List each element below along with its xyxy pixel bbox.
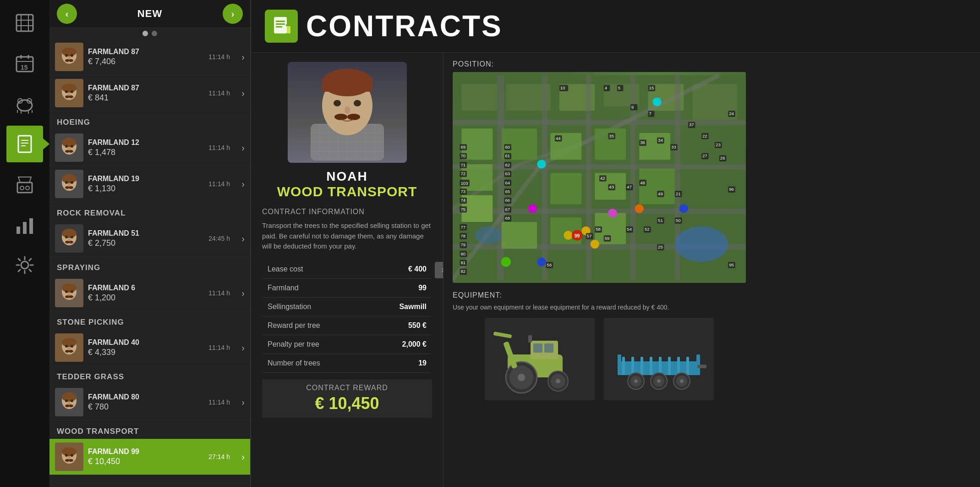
character-portrait xyxy=(288,62,407,163)
svg-rect-90 xyxy=(276,26,282,28)
sidebar-item-calendar[interactable]: 15 xyxy=(6,45,43,82)
svg-rect-92 xyxy=(286,24,291,26)
row-value: 19 xyxy=(368,354,433,372)
svg-text:62: 62 xyxy=(505,162,510,167)
category-label: TEDDER GRASS xyxy=(49,366,250,384)
sidebar-item-stats[interactable] xyxy=(6,206,43,243)
svg-point-81 xyxy=(62,447,77,456)
svg-rect-22 xyxy=(29,218,33,234)
svg-rect-281 xyxy=(631,357,634,375)
svg-point-139 xyxy=(564,231,572,239)
item-arrow-icon: › xyxy=(241,397,245,408)
contract-detail: › xyxy=(251,53,443,487)
svg-text:33: 33 xyxy=(671,144,676,149)
svg-rect-118 xyxy=(453,120,746,125)
list-item[interactable]: FARMLAND 99€ 10,45027:14 h› xyxy=(49,439,250,475)
list-item[interactable]: FARMLAND 87€ 84111:14 h› xyxy=(49,75,250,111)
svg-text:99: 99 xyxy=(575,233,580,238)
svg-text:21: 21 xyxy=(676,191,681,196)
avatar xyxy=(55,333,83,362)
svg-rect-297 xyxy=(697,365,706,368)
sidebar-item-map[interactable] xyxy=(6,5,43,41)
svg-text:81: 81 xyxy=(460,260,465,265)
row-label: Reward per tree xyxy=(262,316,368,335)
nav-prev-button[interactable]: ‹ xyxy=(57,4,77,24)
list-item[interactable]: FARMLAND 80€ 78011:14 h› xyxy=(49,384,250,421)
equipment-images xyxy=(453,318,746,400)
svg-text:72: 72 xyxy=(460,171,465,176)
reward-label: CONTRACT REWARD xyxy=(268,384,426,392)
svg-text:7: 7 xyxy=(649,111,652,116)
duration: 11:14 h xyxy=(208,398,230,406)
item-arrow-icon: › xyxy=(241,452,245,462)
svg-text:48: 48 xyxy=(640,180,645,185)
svg-point-149 xyxy=(635,204,644,213)
map-icon xyxy=(14,12,36,34)
svg-text:70: 70 xyxy=(460,153,465,158)
expand-button[interactable]: › xyxy=(435,262,443,278)
map-container[interactable]: 99 103 10 4 5 15 35 xyxy=(453,72,746,283)
svg-rect-13 xyxy=(18,136,31,152)
svg-point-41 xyxy=(71,145,73,148)
list-item[interactable]: FARMLAND 12€ 1,47811:14 h› xyxy=(49,130,250,166)
svg-rect-280 xyxy=(622,357,625,375)
svg-text:73: 73 xyxy=(460,189,465,194)
duration: 11:14 h xyxy=(208,344,230,351)
svg-rect-98 xyxy=(322,78,372,92)
sidebar-item-settings[interactable] xyxy=(6,247,43,283)
contracts-scroll[interactable]: FARMLAND 87€ 7,40611:14 h›FARMLAND 87€ 8… xyxy=(49,39,250,487)
sidebar-item-contracts[interactable] xyxy=(6,126,43,162)
pagination-dots xyxy=(49,28,250,39)
row-value: 550 € xyxy=(368,316,433,335)
svg-rect-267 xyxy=(544,343,553,353)
category-label: WOOD TRANSPORT xyxy=(49,421,250,439)
nav-next-button[interactable]: › xyxy=(223,4,243,24)
svg-point-270 xyxy=(518,374,525,381)
item-arrow-icon: › xyxy=(241,179,245,189)
avatar xyxy=(55,279,83,307)
svg-text:35: 35 xyxy=(609,133,614,138)
svg-text:82: 82 xyxy=(460,269,465,274)
duration: 11:14 h xyxy=(208,180,230,188)
trailer-svg xyxy=(608,322,709,396)
svg-text:54: 54 xyxy=(627,227,632,232)
list-item[interactable]: FARMLAND 19€ 1,13011:14 h› xyxy=(49,166,250,202)
svg-point-46 xyxy=(62,174,77,183)
svg-text:75: 75 xyxy=(460,207,465,212)
svg-rect-107 xyxy=(461,84,497,111)
svg-point-19 xyxy=(26,186,29,190)
svg-text:71: 71 xyxy=(460,162,465,167)
row-value: € 400 xyxy=(368,260,433,279)
avatar xyxy=(55,443,83,471)
sidebar-active-arrow xyxy=(43,138,49,149)
table-row: Farmland99 xyxy=(262,278,432,297)
item-arrow-icon: › xyxy=(241,88,245,99)
svg-point-140 xyxy=(537,160,546,168)
list-item[interactable]: FARMLAND 51€ 2,75024:45 h› xyxy=(49,221,250,257)
svg-rect-130 xyxy=(639,133,670,160)
avatar xyxy=(55,170,83,198)
contract-info-section: CONTRACT INFORMATION Transport the trees… xyxy=(262,208,432,418)
avatar xyxy=(55,133,83,162)
row-value: 2,000 € xyxy=(368,335,433,354)
svg-rect-287 xyxy=(686,357,689,375)
list-item[interactable]: FARMLAND 87€ 7,40611:14 h› xyxy=(49,39,250,75)
item-arrow-icon: › xyxy=(241,288,245,299)
svg-point-101 xyxy=(345,106,350,114)
sidebar-item-shop[interactable] xyxy=(6,166,43,203)
svg-point-72 xyxy=(69,350,73,353)
sidebar-item-animals[interactable] xyxy=(6,85,43,122)
svg-text:36: 36 xyxy=(640,140,645,145)
svg-point-61 xyxy=(65,290,68,293)
list-item[interactable]: FARMLAND 40€ 4,33911:14 h› xyxy=(49,330,250,366)
category-label: SPRAYING xyxy=(49,257,250,275)
contract-reward-row: CONTRACT REWARD € 10,450 xyxy=(262,379,432,418)
list-item[interactable]: FARMLAND 6€ 1,20011:14 h› xyxy=(49,275,250,311)
svg-point-54 xyxy=(65,236,68,238)
calendar-icon: 15 xyxy=(14,52,36,74)
svg-text:26: 26 xyxy=(720,155,725,160)
contracts-list-panel: ‹ NEW › FARMLAND 87€ 7,40611:14 h›FARMLA… xyxy=(49,0,251,487)
table-row: Number of trees19 xyxy=(262,354,432,372)
svg-text:51: 51 xyxy=(658,218,663,223)
svg-point-69 xyxy=(71,345,73,348)
